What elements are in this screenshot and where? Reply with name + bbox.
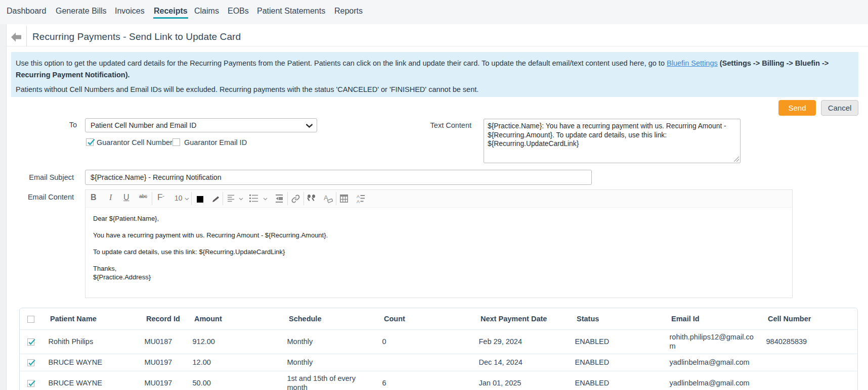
svg-text:A: A	[357, 199, 360, 203]
svg-text:A: A	[357, 194, 360, 199]
